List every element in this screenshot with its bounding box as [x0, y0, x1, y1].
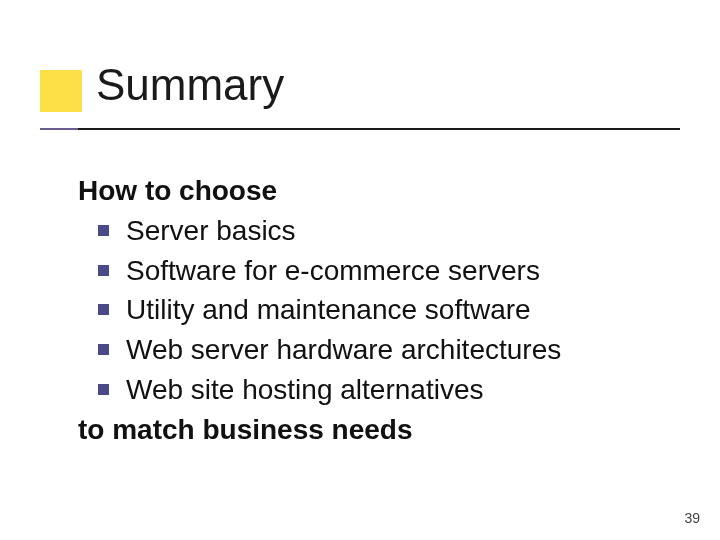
square-bullet-icon [98, 265, 109, 276]
slide: Summary How to choose Server basics Soft… [0, 0, 720, 540]
content-block: How to choose Server basics Software for… [78, 172, 680, 449]
square-bullet-icon [98, 344, 109, 355]
lead-text: How to choose [78, 172, 680, 210]
title-rule-short [40, 128, 78, 130]
bullet-list: Server basics Software for e-commerce se… [78, 212, 680, 409]
slide-title: Summary [40, 60, 680, 122]
list-item: Web site hosting alternatives [98, 371, 680, 409]
square-bullet-icon [98, 384, 109, 395]
list-item: Utility and maintenance software [98, 291, 680, 329]
square-bullet-icon [98, 225, 109, 236]
square-bullet-icon [98, 304, 109, 315]
list-item: Server basics [98, 212, 680, 250]
list-item: Software for e-commerce servers [98, 252, 680, 290]
list-item-text: Web site hosting alternatives [126, 374, 483, 405]
list-item-text: Web server hardware architectures [126, 334, 561, 365]
list-item-text: Utility and maintenance software [126, 294, 531, 325]
page-number: 39 [684, 510, 700, 526]
list-item: Web server hardware architectures [98, 331, 680, 369]
title-block: Summary [40, 60, 680, 122]
list-item-text: Software for e-commerce servers [126, 255, 540, 286]
title-rule-long [78, 128, 680, 130]
list-item-text: Server basics [126, 215, 296, 246]
tail-text: to match business needs [78, 411, 680, 449]
